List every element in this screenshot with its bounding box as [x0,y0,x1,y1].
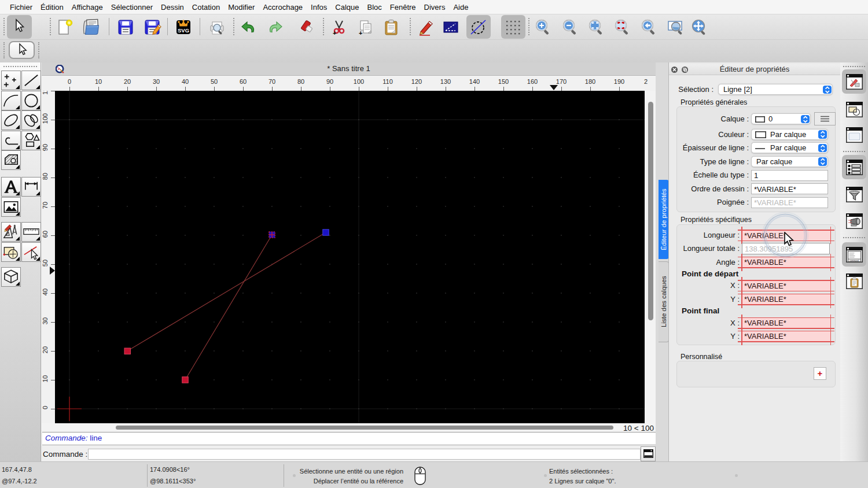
svg-text:command: command [849,260,858,262]
svg-text:SVG: SVG [178,27,189,34]
svg-text:+: + [359,29,362,36]
svg-text:+: + [333,29,336,36]
